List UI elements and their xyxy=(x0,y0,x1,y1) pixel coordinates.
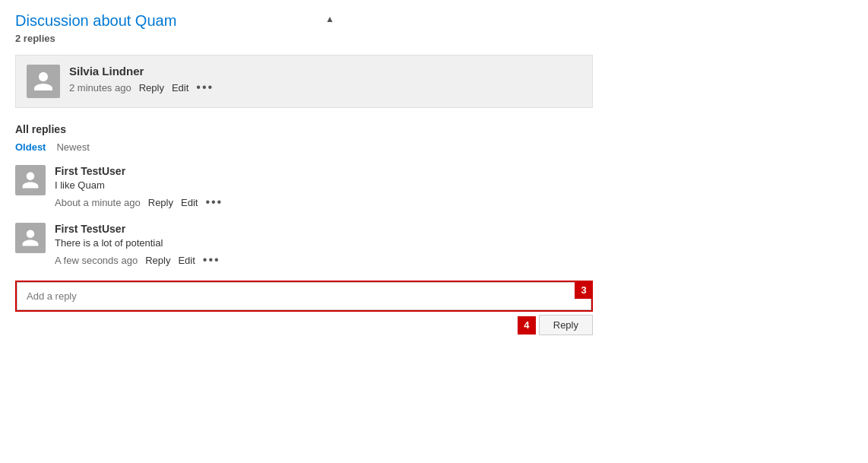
submit-reply-button[interactable]: Reply xyxy=(539,315,593,335)
badge-3: 3 xyxy=(575,281,593,299)
top-comment-edit-btn[interactable]: Edit xyxy=(172,82,188,94)
top-comment-box: Silvia Lindner 2 minutes ago Reply Edit … xyxy=(15,55,593,108)
reply-1-edit-btn[interactable]: Edit xyxy=(181,197,198,208)
reply-2-reply-btn[interactable]: Reply xyxy=(145,255,170,266)
reply-2-more-btn[interactable]: ••• xyxy=(203,253,220,267)
reply-1-more-btn[interactable]: ••• xyxy=(205,195,223,209)
top-comment-time: 2 minutes ago xyxy=(69,82,131,94)
top-comment-content: Silvia Lindner 2 minutes ago Reply Edit … xyxy=(69,65,581,94)
reply-item-1: First TestUser I like Quam About a minut… xyxy=(15,165,593,209)
sort-oldest-btn[interactable]: Oldest xyxy=(15,141,46,153)
sort-row: Oldest Newest xyxy=(15,141,593,153)
all-replies-label: All replies xyxy=(15,123,593,135)
sort-newest-btn[interactable]: Newest xyxy=(56,141,89,153)
reply-1-author: First TestUser xyxy=(55,165,593,177)
reply-2-body: First TestUser There is a lot of potenti… xyxy=(55,223,593,267)
reply-btn-row: 4 Reply xyxy=(15,315,593,335)
reply-1-reply-btn[interactable]: Reply xyxy=(148,197,173,208)
main-panel: ▲ Discussion about Quam 2 replies Silvia… xyxy=(0,0,608,347)
replies-count: 2 replies xyxy=(15,33,593,44)
reply-1-avatar xyxy=(15,165,46,195)
user-icon xyxy=(21,228,40,248)
reply-1-body: First TestUser I like Quam About a minut… xyxy=(55,165,593,209)
top-comment-avatar xyxy=(27,65,60,98)
top-comment-author: Silvia Lindner xyxy=(69,65,581,78)
reply-2-text: There is a lot of potential xyxy=(55,237,593,249)
reply-2-time: A few seconds ago xyxy=(55,255,138,266)
user-icon xyxy=(21,170,40,190)
reply-1-time: About a minute ago xyxy=(55,197,141,208)
reply-2-edit-btn[interactable]: Edit xyxy=(178,255,195,266)
reply-2-avatar xyxy=(15,223,46,253)
reply-2-author: First TestUser xyxy=(55,223,593,235)
reply-1-meta: About a minute ago Reply Edit ••• xyxy=(55,195,593,209)
reply-1-text: I like Quam xyxy=(55,179,593,191)
top-comment-reply-btn[interactable]: Reply xyxy=(139,82,164,94)
top-comment-more-btn[interactable]: ••• xyxy=(196,81,214,94)
reply-item-2: First TestUser There is a lot of potenti… xyxy=(15,223,593,267)
add-reply-section: 3 xyxy=(15,281,593,312)
user-icon xyxy=(32,70,55,93)
badge-4: 4 xyxy=(518,316,536,335)
reply-2-meta: A few seconds ago Reply Edit ••• xyxy=(55,253,593,267)
discussion-title: Discussion about Quam xyxy=(15,12,593,30)
top-comment-meta: 2 minutes ago Reply Edit ••• xyxy=(69,81,581,94)
collapse-icon[interactable]: ▲ xyxy=(325,14,334,24)
add-reply-input[interactable] xyxy=(17,282,591,310)
